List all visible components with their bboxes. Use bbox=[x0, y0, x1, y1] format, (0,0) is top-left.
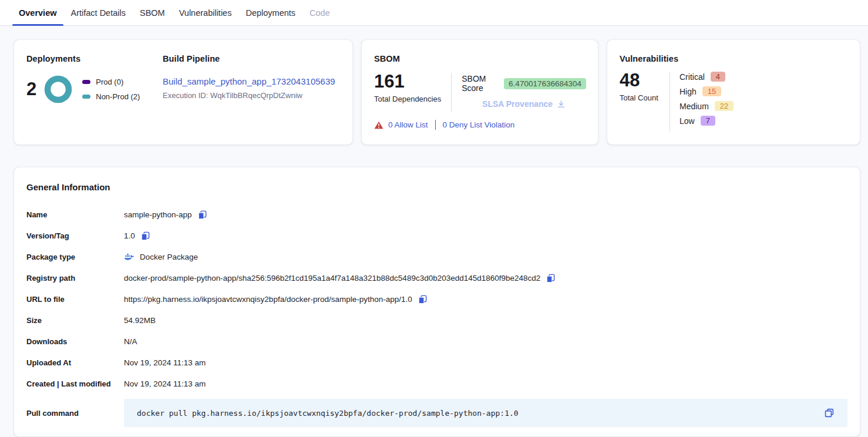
allow-list-link[interactable]: 0 Allow List bbox=[388, 120, 428, 129]
size-label: Size bbox=[26, 316, 124, 325]
severity-list: Critical 4 High 15 Medium 22 Low 7 bbox=[679, 70, 734, 132]
sbom-score-section: SBOM Score 6.470017636684304 SLSA Proven… bbox=[462, 72, 586, 112]
row-downloads: Downloads N/A bbox=[26, 331, 847, 352]
vulnerabilities-total-label: Total Count bbox=[620, 93, 662, 102]
package-type-value: Docker Package bbox=[140, 253, 198, 261]
sbom-title: SBOM bbox=[374, 54, 586, 63]
slsa-provenance-button[interactable]: SLSA Provenance bbox=[462, 99, 586, 109]
build-pipeline-link[interactable]: Build_sample_python_app_1732043105639 bbox=[163, 76, 335, 86]
uploaded-at-value: Nov 19, 2024 11:13 am bbox=[124, 358, 206, 367]
downloads-value: N/A bbox=[124, 337, 137, 346]
tab-artifact-details[interactable]: Artifact Details bbox=[64, 0, 133, 25]
registry-path-label: Registry path bbox=[26, 274, 124, 283]
build-pipeline-section: Build Pipeline Build_sample_python_app_1… bbox=[163, 54, 335, 144]
low-label: Low bbox=[679, 116, 695, 126]
high-count-badge: 15 bbox=[702, 86, 721, 96]
name-label: Name bbox=[26, 210, 124, 219]
row-uploaded-at: Uploaded At Nov 19, 2024 11:13 am bbox=[26, 352, 847, 373]
tab-code: Code bbox=[302, 0, 337, 25]
vulnerabilities-total-count: 48 bbox=[620, 70, 662, 90]
severity-row-low: Low 7 bbox=[679, 116, 734, 126]
downloads-label: Downloads bbox=[26, 337, 124, 346]
general-information-card: General Information Name sample-python-a… bbox=[14, 167, 860, 436]
sbom-card: SBOM 161 Total Dependencies SBOM Score 6… bbox=[362, 40, 598, 144]
legend-item-prod: Prod (0) bbox=[82, 78, 140, 86]
tab-vulnerabilities[interactable]: Vulnerabilities bbox=[172, 0, 239, 25]
row-created-modified: Created | Last modified Nov 19, 2024 11:… bbox=[26, 373, 847, 394]
medium-count-badge: 22 bbox=[715, 101, 734, 111]
nonprod-legend-swatch bbox=[82, 95, 90, 99]
name-value: sample-python-app bbox=[124, 210, 192, 219]
severity-row-medium: Medium 22 bbox=[679, 101, 734, 111]
critical-label: Critical bbox=[679, 72, 705, 82]
high-label: High bbox=[679, 87, 697, 96]
deployments-card: Deployments 2 Prod (0) Non-Prod (2) bbox=[14, 40, 352, 144]
created-modified-value: Nov 19, 2024 11:13 am bbox=[124, 379, 206, 388]
row-size: Size 54.92MB bbox=[26, 310, 847, 331]
deployments-title: Deployments bbox=[26, 54, 163, 63]
deployments-donut-chart bbox=[44, 75, 72, 103]
severity-row-critical: Critical 4 bbox=[679, 72, 734, 82]
deployments-section: Deployments 2 Prod (0) Non-Prod (2) bbox=[26, 54, 163, 144]
pull-command-label: Pull command bbox=[26, 409, 124, 418]
copy-icon[interactable] bbox=[824, 408, 835, 418]
copy-icon[interactable] bbox=[197, 210, 207, 220]
vulnerabilities-totals: 48 Total Count bbox=[620, 70, 662, 132]
row-package-type: Package type Docker Package bbox=[26, 246, 847, 267]
critical-count-badge: 4 bbox=[711, 72, 725, 82]
copy-icon[interactable] bbox=[546, 273, 556, 283]
sbom-totals: 161 Total Dependencies bbox=[374, 72, 441, 112]
low-count-badge: 7 bbox=[701, 116, 715, 126]
copy-icon[interactable] bbox=[418, 294, 428, 304]
size-value: 54.92MB bbox=[124, 316, 156, 325]
vulnerabilities-title: Vulnerabilities bbox=[620, 54, 848, 63]
general-information-title: General Information bbox=[26, 182, 847, 192]
sbom-score-label: SBOM Score bbox=[462, 74, 499, 93]
row-version-tag: Version/Tag 1.0 bbox=[26, 225, 847, 246]
row-name: Name sample-python-app bbox=[26, 204, 847, 225]
links-divider bbox=[435, 120, 436, 130]
copy-icon[interactable] bbox=[140, 231, 150, 241]
vulnerabilities-card: Vulnerabilities 48 Total Count Critical … bbox=[607, 40, 860, 144]
url-to-file-value: https://pkg.harness.io/ikpsjoavtcwxnqisy… bbox=[124, 295, 412, 304]
severity-row-high: High 15 bbox=[679, 86, 734, 96]
summary-cards-row: Deployments 2 Prod (0) Non-Prod (2) bbox=[0, 26, 868, 144]
deny-list-violation-link[interactable]: 0 Deny List Violation bbox=[443, 120, 515, 129]
tab-deployments[interactable]: Deployments bbox=[238, 0, 302, 25]
pull-command-block: docker pull pkg.harness.io/ikpsjoavtcwxn… bbox=[124, 399, 847, 427]
download-icon bbox=[557, 100, 566, 109]
prod-legend-swatch bbox=[82, 80, 90, 84]
nonprod-legend-label: Non-Prod (2) bbox=[96, 92, 140, 101]
deployments-legend: Prod (0) Non-Prod (2) bbox=[82, 78, 140, 101]
sbom-total-label: Total Dependencies bbox=[374, 95, 441, 103]
version-tag-label: Version/Tag bbox=[26, 231, 124, 240]
slsa-provenance-label: SLSA Provenance bbox=[482, 99, 553, 109]
url-to-file-label: URL to file bbox=[26, 295, 124, 304]
tab-sbom[interactable]: SBOM bbox=[133, 0, 172, 25]
prod-legend-label: Prod (0) bbox=[96, 78, 123, 86]
uploaded-at-label: Uploaded At bbox=[26, 358, 124, 367]
version-tag-value: 1.0 bbox=[124, 231, 135, 240]
deployments-total: 2 bbox=[26, 79, 36, 99]
registry-path-value: docker-prod/sample-python-app/sha256:596… bbox=[124, 274, 540, 283]
medium-label: Medium bbox=[679, 102, 709, 111]
build-pipeline-title: Build Pipeline bbox=[163, 54, 335, 63]
package-type-label: Package type bbox=[26, 253, 124, 261]
tab-bar: Overview Artifact Details SBOM Vulnerabi… bbox=[0, 0, 868, 26]
docker-whale-icon bbox=[124, 253, 134, 261]
sbom-divider bbox=[451, 73, 452, 112]
row-pull-command: Pull command docker pull pkg.harness.io/… bbox=[26, 399, 847, 427]
sbom-score-badge: 6.470017636684304 bbox=[504, 78, 586, 89]
sbom-total-dependencies: 161 bbox=[374, 72, 441, 92]
vulnerabilities-divider bbox=[669, 72, 670, 132]
legend-item-nonprod: Non-Prod (2) bbox=[82, 92, 140, 101]
execution-id-text: Execution ID: WqkTilbBRqecQrpDtZwniw bbox=[163, 91, 335, 100]
warning-triangle-icon bbox=[374, 121, 383, 129]
pull-command-value: docker pull pkg.harness.io/ikpsjoavtcwxn… bbox=[137, 409, 519, 418]
created-modified-label: Created | Last modified bbox=[26, 379, 124, 388]
row-url-to-file: URL to file https://pkg.harness.io/ikpsj… bbox=[26, 288, 847, 310]
tab-overview[interactable]: Overview bbox=[12, 0, 64, 25]
row-registry-path: Registry path docker-prod/sample-python-… bbox=[26, 267, 847, 288]
